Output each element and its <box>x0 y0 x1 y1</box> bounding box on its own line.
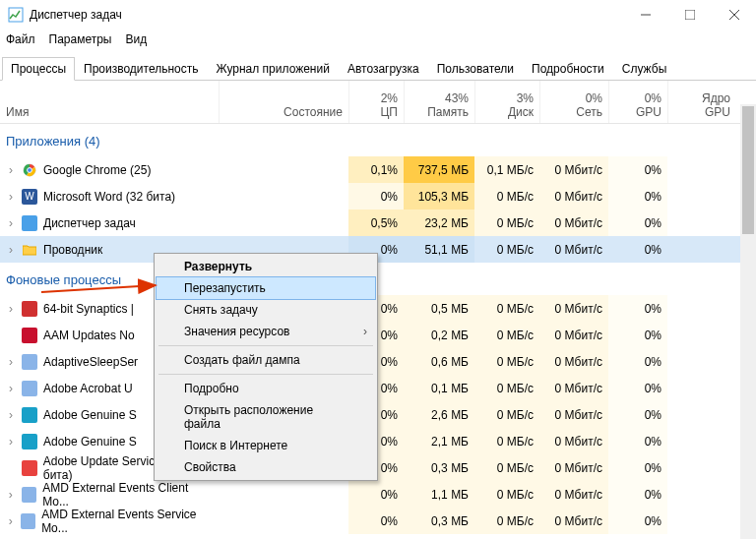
menubar: Файл Параметры Вид <box>0 30 756 49</box>
expand-chevron-icon[interactable]: › <box>6 382 16 395</box>
col-cpu[interactable]: 2%ЦП <box>348 81 404 123</box>
cell-disk: 0 МБ/с <box>474 322 539 348</box>
expand-chevron-icon[interactable]: › <box>6 302 16 316</box>
col-state[interactable]: Состояние <box>219 81 348 123</box>
context-menu-item[interactable]: Свойства <box>157 456 375 478</box>
tab-1[interactable]: Производительность <box>75 57 207 81</box>
svc-icon <box>21 513 35 529</box>
table-row[interactable]: ›AMD External Events Client Mo...0%1,1 М… <box>0 481 756 508</box>
cell-cpu: 0,5% <box>348 210 404 236</box>
process-table: Приложения (4)›Google Chrome (25)0,1%737… <box>0 124 756 534</box>
table-row[interactable]: ›Проводник0%51,1 МБ0 МБ/с0 Мбит/с0% <box>0 236 756 263</box>
table-row[interactable]: ›Adobe Genuine S0%2,6 МБ0 МБ/с0 Мбит/с0% <box>0 401 756 428</box>
tm-icon <box>22 215 37 231</box>
tab-5[interactable]: Подробности <box>523 57 613 81</box>
process-name: Adobe Acrobat U <box>43 382 133 395</box>
col-gpucore[interactable]: Ядро GPU <box>667 81 736 123</box>
word-icon: W <box>22 189 37 205</box>
process-name: 64-bit Synaptics | <box>43 302 134 316</box>
cell-disk: 0 МБ/с <box>474 454 539 481</box>
table-row[interactable]: ›AdaptiveSleepSer0%0,6 МБ0 МБ/с0 Мбит/с0… <box>0 348 756 375</box>
table-row[interactable]: Adobe Update Service (32 бита)0%0,3 МБ0 … <box>0 454 756 481</box>
cell-cpu: 0% <box>348 183 404 210</box>
context-menu-item[interactable]: Развернуть <box>157 256 375 277</box>
vertical-scrollbar[interactable] <box>740 104 756 539</box>
cell-disk: 0,1 МБ/с <box>474 156 539 183</box>
cell-mem: 2,1 МБ <box>404 428 474 454</box>
expand-chevron-icon[interactable]: › <box>6 355 16 369</box>
context-menu-item[interactable]: Открыть расположение файла <box>157 399 375 435</box>
cell-disk: 0 МБ/с <box>474 481 539 508</box>
au-icon <box>22 460 37 476</box>
expand-chevron-icon[interactable]: › <box>6 435 16 449</box>
cell-gpu: 0% <box>608 183 667 210</box>
cell-mem: 105,3 МБ <box>404 183 474 210</box>
table-row[interactable]: ›Диспетчер задач0,5%23,2 МБ0 МБ/с0 Мбит/… <box>0 210 756 236</box>
table-row[interactable]: ›64-bit Synaptics |0%0,5 МБ0 МБ/с0 Мбит/… <box>0 295 756 322</box>
cell-disk: 0 МБ/с <box>474 183 539 210</box>
col-gpu[interactable]: 0%GPU <box>608 81 667 123</box>
cell-gpu: 0% <box>608 454 667 481</box>
table-row[interactable]: ›Adobe Acrobat U0%0,1 МБ0 МБ/с0 Мбит/с0% <box>0 375 756 401</box>
svg-rect-0 <box>9 8 23 22</box>
context-menu-item[interactable]: Значения ресурсов <box>157 321 375 342</box>
tab-4[interactable]: Пользователи <box>428 57 523 81</box>
process-name: AdaptiveSleepSer <box>43 355 138 369</box>
cell-mem: 0,6 МБ <box>404 348 474 375</box>
table-row[interactable]: ›WMicrosoft Word (32 бита)0%105,3 МБ0 МБ… <box>0 183 756 210</box>
expand-chevron-icon[interactable]: › <box>6 408 16 422</box>
cell-cpu: 0% <box>348 481 404 508</box>
context-menu-separator <box>158 345 373 346</box>
process-name: Adobe Genuine S <box>43 408 137 422</box>
scrollbar-thumb[interactable] <box>742 106 754 234</box>
col-name[interactable]: Имя <box>0 81 219 123</box>
context-menu-item[interactable]: Поиск в Интернете <box>157 435 375 456</box>
cell-mem: 51,1 МБ <box>404 236 474 263</box>
cell-gpu: 0% <box>608 295 667 322</box>
col-disk[interactable]: 3%Диск <box>474 81 539 123</box>
svg-point-7 <box>28 167 32 172</box>
cell-net: 0 Мбит/с <box>539 454 608 481</box>
cell-disk: 0 МБ/с <box>474 210 539 236</box>
cell-net: 0 Мбит/с <box>539 156 608 183</box>
expand-chevron-icon[interactable]: › <box>6 190 16 204</box>
close-button[interactable] <box>712 0 756 30</box>
svc-icon <box>22 487 37 503</box>
tab-0[interactable]: Процессы <box>2 57 75 81</box>
tab-2[interactable]: Журнал приложений <box>208 57 339 81</box>
expand-chevron-icon[interactable]: › <box>6 216 16 230</box>
table-row[interactable]: ›Google Chrome (25)0,1%737,5 МБ0,1 МБ/с0… <box>0 156 756 183</box>
context-menu-item[interactable]: Создать файл дампа <box>157 349 375 371</box>
cell-gpu: 0% <box>608 348 667 375</box>
context-menu-item[interactable]: Перезапустить <box>157 277 375 299</box>
col-net[interactable]: 0%Сеть <box>539 81 608 123</box>
cell-net: 0 Мбит/с <box>539 295 608 322</box>
tab-6[interactable]: Службы <box>613 57 675 81</box>
ags-icon <box>22 407 37 423</box>
tab-3[interactable]: Автозагрузка <box>339 57 428 81</box>
context-menu-item[interactable]: Подробно <box>157 378 375 399</box>
cell-mem: 0,1 МБ <box>404 375 474 401</box>
cell-mem: 737,5 МБ <box>404 156 474 183</box>
expand-chevron-icon[interactable]: › <box>6 163 16 177</box>
table-row[interactable]: AAM Updates No0%0,2 МБ0 МБ/с0 Мбит/с0% <box>0 322 756 348</box>
process-name: Google Chrome (25) <box>43 163 151 177</box>
maximize-button[interactable] <box>667 0 712 30</box>
menu-file[interactable]: Файл <box>6 32 35 46</box>
table-row[interactable]: ›AMD External Events Service Mo...0%0,3 … <box>0 508 756 534</box>
expand-chevron-icon[interactable]: › <box>6 243 16 257</box>
svc-icon <box>22 354 37 370</box>
menu-view[interactable]: Вид <box>125 32 147 46</box>
expand-chevron-icon[interactable]: › <box>6 488 16 502</box>
table-row[interactable]: ›Adobe Genuine S0%2,1 МБ0 МБ/с0 Мбит/с0% <box>0 428 756 454</box>
cell-disk: 0 МБ/с <box>474 428 539 454</box>
cell-disk: 0 МБ/с <box>474 375 539 401</box>
process-name: Microsoft Word (32 бита) <box>43 190 175 204</box>
context-menu-item[interactable]: Снять задачу <box>157 299 375 321</box>
expand-chevron-icon[interactable]: › <box>6 514 15 528</box>
window-title: Диспетчер задач <box>30 8 623 22</box>
menu-options[interactable]: Параметры <box>49 32 112 46</box>
minimize-button[interactable] <box>623 0 667 30</box>
cell-net: 0 Мбит/с <box>539 348 608 375</box>
col-mem[interactable]: 43%Память <box>404 81 474 123</box>
